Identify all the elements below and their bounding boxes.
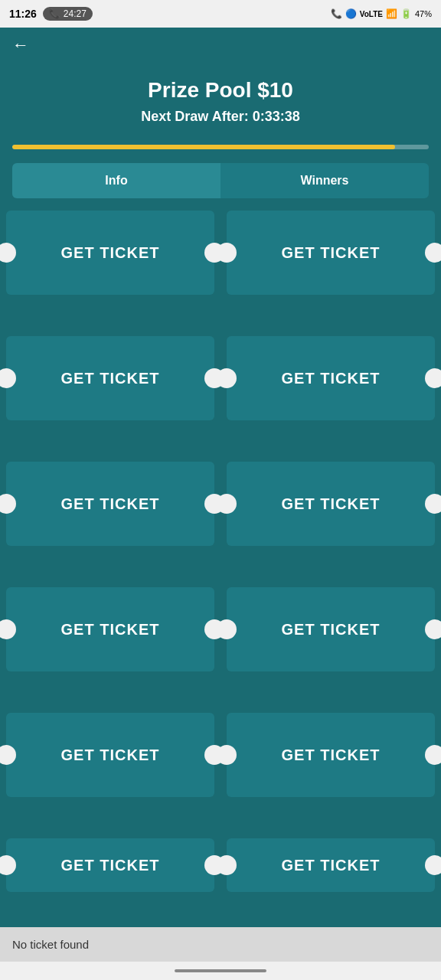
ticket-cell: GET TICKET xyxy=(0,456,220,581)
ticket-label: GET TICKET xyxy=(6,370,214,387)
bluetooth-icon: 🔵 xyxy=(345,8,357,19)
ticket-button[interactable]: GET TICKET xyxy=(227,211,435,295)
back-button[interactable]: ← xyxy=(12,37,29,54)
perf-left xyxy=(217,745,237,765)
home-indicator xyxy=(0,962,441,980)
ticket-cell: GET TICKET xyxy=(220,204,441,330)
status-bar: 11:26 📞 24:27 📞 🔵 VoLTE 📶 🔋 47% xyxy=(0,0,441,28)
perf-right xyxy=(425,619,441,639)
prize-title: Prize Pool $10 xyxy=(12,78,429,103)
ticket-button[interactable]: GET TICKET xyxy=(227,713,435,797)
ticket-button[interactable]: GET TICKET xyxy=(6,838,214,892)
ticket-label: GET TICKET xyxy=(6,746,214,764)
ticket-cell: GET TICKET xyxy=(220,330,441,456)
ticket-button[interactable]: GET TICKET xyxy=(6,211,214,295)
tickets-grid: GET TICKET GET TICKET GET TICKET GET TIC… xyxy=(0,204,441,927)
perf-left xyxy=(217,368,237,388)
ticket-button[interactable]: GET TICKET xyxy=(227,462,435,546)
bottom-status: No ticket found xyxy=(0,927,441,962)
ticket-cell: GET TICKET xyxy=(0,204,220,330)
app-content: ← Prize Pool $10 Next Draw After: 0:33:3… xyxy=(0,28,441,962)
ticket-button[interactable]: GET TICKET xyxy=(227,336,435,420)
ticket-label: GET TICKET xyxy=(227,370,435,387)
ticket-cell: GET TICKET xyxy=(0,581,220,707)
perf-left xyxy=(217,494,237,514)
ticket-label: GET TICKET xyxy=(6,244,214,262)
ticket-label: GET TICKET xyxy=(6,857,214,874)
battery-icon: 🔋 xyxy=(400,8,412,19)
status-right: 📞 🔵 VoLTE 📶 🔋 47% xyxy=(331,8,432,19)
perf-left xyxy=(217,243,237,263)
tabs-container: Info Winners xyxy=(12,163,429,198)
ticket-button[interactable]: GET TICKET xyxy=(6,462,214,546)
prize-subtitle: Next Draw After: 0:33:38 xyxy=(12,109,429,125)
home-bar xyxy=(175,969,266,972)
perf-right xyxy=(425,368,441,388)
ticket-label: GET TICKET xyxy=(227,857,435,874)
battery-percent: 47% xyxy=(415,9,432,18)
ticket-button[interactable]: GET TICKET xyxy=(6,713,214,797)
status-call: 📞 24:27 xyxy=(43,7,93,21)
ticket-cell: GET TICKET xyxy=(0,330,220,456)
ticket-button[interactable]: GET TICKET xyxy=(6,587,214,671)
ticket-label: GET TICKET xyxy=(227,746,435,764)
ticket-cell: GET TICKET xyxy=(220,581,441,707)
progress-track xyxy=(12,145,429,149)
status-time: 11:26 xyxy=(9,8,37,20)
progress-fill xyxy=(12,145,395,149)
tab-info[interactable]: Info xyxy=(12,163,220,198)
perf-right xyxy=(425,855,441,875)
ticket-cell: GET TICKET xyxy=(220,832,441,927)
phone-icon: 📞 xyxy=(49,8,60,19)
perf-right xyxy=(425,745,441,765)
perf-right xyxy=(425,243,441,263)
perf-right xyxy=(425,494,441,514)
signal-icon: 📶 xyxy=(386,8,397,19)
header-nav: ← xyxy=(0,28,441,63)
ticket-cell: GET TICKET xyxy=(220,456,441,581)
lte-icon: VoLTE xyxy=(360,10,383,18)
ticket-button[interactable]: GET TICKET xyxy=(227,587,435,671)
perf-left xyxy=(217,855,237,875)
ticket-cell: GET TICKET xyxy=(220,707,441,832)
ticket-cell: GET TICKET xyxy=(0,707,220,832)
no-ticket-message: No ticket found xyxy=(12,938,89,951)
progress-container xyxy=(0,137,441,154)
ticket-label: GET TICKET xyxy=(6,495,214,513)
ticket-label: GET TICKET xyxy=(6,621,214,639)
ticket-cell: GET TICKET xyxy=(0,832,220,927)
ticket-label: GET TICKET xyxy=(227,621,435,639)
tab-winners[interactable]: Winners xyxy=(220,163,429,198)
ticket-label: GET TICKET xyxy=(227,244,435,262)
perf-left xyxy=(217,619,237,639)
call-icon: 📞 xyxy=(331,8,342,19)
ticket-button[interactable]: GET TICKET xyxy=(6,336,214,420)
status-left: 11:26 📞 24:27 xyxy=(9,7,93,21)
ticket-button[interactable]: GET TICKET xyxy=(227,838,435,892)
ticket-label: GET TICKET xyxy=(227,495,435,513)
prize-section: Prize Pool $10 Next Draw After: 0:33:38 xyxy=(0,63,441,137)
